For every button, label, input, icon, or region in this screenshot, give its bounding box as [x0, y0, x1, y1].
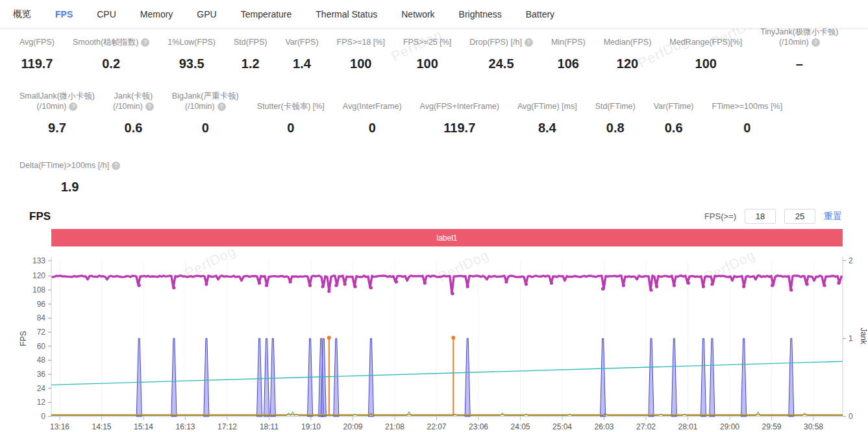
- stat-label: Stutter(卡顿率) [%]: [257, 90, 325, 112]
- stat-label: FPS>=25 [%]: [403, 30, 451, 47]
- stat-label-text: SmallJank(微小卡顿): [19, 91, 95, 101]
- stat-label-text: (/10min): [779, 37, 809, 47]
- svg-text:29:59: 29:59: [762, 422, 781, 431]
- section-title: FPS: [29, 210, 51, 223]
- stat-label: Min(FPS): [551, 30, 586, 47]
- svg-text:21:08: 21:08: [385, 422, 404, 431]
- stat-card: FTime>=100ms [%]0: [712, 90, 783, 136]
- svg-text:28:01: 28:01: [678, 422, 697, 431]
- stats-row-3: Delta(FTime)>100ms [/h]?1.9: [19, 154, 868, 195]
- stat-card: SmallJank(微小卡顿)(/10min)?9.7: [19, 90, 95, 136]
- stat-label-text: BigJank(严重卡顿): [172, 91, 239, 101]
- stat-card: Avg(FPS+InterFrame)119.7: [420, 90, 499, 136]
- svg-text:20:09: 20:09: [343, 422, 362, 431]
- nav-tab-gpu[interactable]: GPU: [197, 9, 216, 19]
- stat-label: Median(FPS): [604, 30, 652, 47]
- svg-text:19:10: 19:10: [301, 422, 321, 431]
- stat-label-text: (/10min): [37, 101, 67, 112]
- stat-label-text: MedRange(FPS)[%]: [669, 37, 742, 47]
- stat-value: 0.6: [125, 121, 143, 136]
- stat-label-text: (/10min): [185, 101, 215, 112]
- stat-label-text: Avg(FTime) [ms]: [517, 101, 577, 112]
- stat-value: 0: [369, 121, 376, 136]
- nav-tab-temperature[interactable]: Temperature: [241, 9, 292, 19]
- stat-value: 0.8: [606, 121, 625, 136]
- svg-text:133: 133: [32, 256, 45, 265]
- stat-label: SmallJank(微小卡顿)(/10min)?: [19, 90, 95, 112]
- stat-card: TinyJank(极微小卡顿)(/10min)?–: [760, 30, 838, 71]
- stat-card: Var(FPS)1.4: [285, 30, 318, 71]
- svg-text:24:05: 24:05: [510, 422, 530, 431]
- help-icon[interactable]: ?: [112, 162, 120, 170]
- stat-label: BigJank(严重卡顿)(/10min)?: [172, 90, 239, 112]
- help-icon[interactable]: ?: [525, 38, 533, 47]
- fps-threshold-filter: FPS(>=) 重置: [704, 209, 842, 224]
- svg-text:96: 96: [37, 300, 46, 309]
- stat-label-text: Min(FPS): [551, 37, 586, 47]
- svg-text:24: 24: [37, 384, 46, 393]
- stat-value: –: [796, 56, 803, 71]
- nav-tab-brightness[interactable]: Brightness: [459, 9, 502, 19]
- nav-tab-fps[interactable]: FPS: [55, 9, 73, 19]
- help-icon[interactable]: ?: [145, 102, 154, 111]
- svg-text:0: 0: [41, 412, 45, 421]
- fps-chart[interactable]: 13:1614:1515:1416:1317:1218:1119:1020:09…: [0, 248, 868, 432]
- fps-threshold-input-2[interactable]: [784, 209, 815, 224]
- stat-label-text: TinyJank(极微小卡顿): [760, 29, 838, 37]
- nav-tab-battery[interactable]: Battery: [526, 9, 554, 19]
- stat-value: 100: [350, 56, 371, 71]
- stat-card: Smooth(稳帧指数)?0.2: [73, 30, 149, 71]
- svg-text:120: 120: [32, 271, 45, 280]
- stat-card: Avg(FPS)119.7: [19, 30, 55, 71]
- stat-label-text: Median(FPS): [604, 37, 652, 47]
- label-band-text: label1: [436, 234, 457, 243]
- stat-label: Delta(FTime)>100ms [/h]?: [19, 154, 120, 171]
- svg-text:FPS: FPS: [19, 331, 28, 346]
- fps-section-header: FPS FPS(>=) 重置: [0, 209, 868, 224]
- stat-label-text: Avg(InterFrame): [343, 101, 402, 112]
- reset-link[interactable]: 重置: [824, 211, 842, 222]
- stat-label: MedRange(FPS)[%]: [669, 30, 742, 47]
- stat-value: 120: [617, 56, 638, 71]
- fps-threshold-input-1[interactable]: [745, 209, 776, 224]
- stats-row-2: SmallJank(微小卡顿)(/10min)?9.7Jank(卡顿)(/10m…: [19, 90, 868, 136]
- stat-value: 1.4: [293, 56, 311, 71]
- svg-text:72: 72: [37, 328, 46, 337]
- nav-tab-cpu[interactable]: CPU: [97, 9, 116, 19]
- stat-label-text: Std(FTime): [595, 101, 636, 112]
- svg-text:1: 1: [849, 334, 853, 343]
- stat-label: Jank(卡顿)(/10min)?: [113, 90, 154, 112]
- stat-label: FPS>=18 [%]: [337, 30, 385, 47]
- help-icon[interactable]: ?: [141, 38, 149, 47]
- svg-text:30:58: 30:58: [804, 422, 823, 431]
- stat-card: Median(FPS)120: [604, 30, 652, 71]
- stat-card: Delta(FTime)>100ms [/h]?1.9: [19, 154, 120, 195]
- nav-tab-overview[interactable]: 概览: [13, 8, 31, 20]
- stat-label-text: Std(FPS): [234, 37, 267, 47]
- svg-text:27:02: 27:02: [636, 422, 656, 431]
- stat-value: 0: [202, 121, 209, 136]
- stats-panel: Avg(FPS)119.7Smooth(稳帧指数)?0.21%Low(FPS)9…: [0, 29, 868, 195]
- stat-label: Std(FPS): [234, 30, 267, 47]
- stat-card: MedRange(FPS)[%]100: [669, 30, 742, 71]
- stat-label: Avg(FTime) [ms]: [517, 90, 577, 112]
- svg-text:29:00: 29:00: [720, 422, 739, 431]
- stat-card: Drop(FPS) [/h]?24.5: [469, 30, 533, 71]
- help-icon[interactable]: ?: [217, 102, 226, 111]
- stat-card: FPS>=25 [%]100: [403, 30, 451, 71]
- stat-label: Var(FTime): [654, 90, 694, 112]
- svg-text:60: 60: [37, 342, 46, 351]
- stat-card: Min(FPS)106: [551, 30, 586, 71]
- help-icon[interactable]: ?: [812, 38, 820, 47]
- nav-tab-thermal-status[interactable]: Thermal Status: [316, 9, 377, 19]
- nav-tab-network[interactable]: Network: [401, 9, 434, 19]
- chart-label-band[interactable]: label1: [51, 229, 843, 246]
- fps-chart-svg[interactable]: 13:1614:1515:1416:1317:1218:1119:1020:09…: [0, 248, 868, 432]
- fps-threshold-label: FPS(>=): [704, 211, 736, 221]
- nav-tab-memory[interactable]: Memory: [140, 9, 173, 19]
- svg-text:16:13: 16:13: [175, 422, 195, 431]
- stat-label: Smooth(稳帧指数)?: [73, 30, 149, 47]
- svg-text:17:12: 17:12: [217, 422, 237, 431]
- stat-label: Avg(InterFrame): [343, 90, 402, 112]
- help-icon[interactable]: ?: [69, 102, 77, 111]
